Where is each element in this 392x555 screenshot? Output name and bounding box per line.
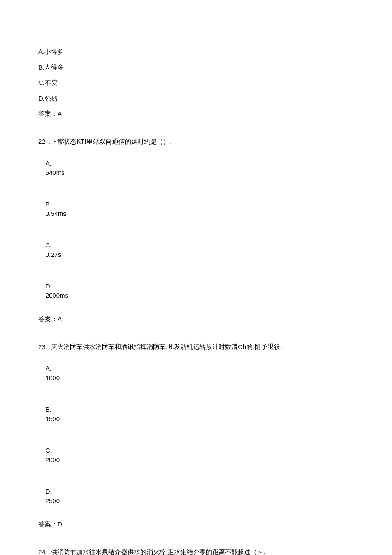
q23-option-a-text: 1000 [46, 374, 60, 381]
q23-option-d-text: 2500 [46, 497, 60, 504]
q22-option-d-text: 2000ms [46, 292, 68, 299]
q23-option-c-text: 2000 [46, 456, 60, 463]
q21-option-a: A.小得多 [38, 47, 354, 57]
q21-option-c: C.不变 [38, 78, 354, 88]
q24-stem: 24 .供消防乍加水往水泉结介器供水的消火栓,距水集结介零的距离不能超过（＞. [38, 547, 354, 555]
q23-answer: 答案：D [38, 520, 354, 529]
q22-answer: 答案：A [38, 314, 354, 324]
q22-stem: 22 .正常状态KTI里站双向通信的延时约是（）. [38, 137, 354, 147]
q22-option-d: D. 2000ms [38, 272, 354, 310]
q22-option-a: A. 540ms [38, 149, 354, 187]
q23-option-b-letter: B. [46, 405, 58, 415]
q22-option-d-letter: D. [46, 282, 58, 291]
q23-option-a-letter: A. [46, 364, 58, 374]
q21-answer: 答案：A [38, 109, 354, 119]
q23-option-d: D. 2500 [38, 477, 354, 515]
q23-stem: 23 .灭火消防车供水消防车和洒讯指挥消防车,凡发动机运转累计时数清Oh的,附予… [38, 342, 354, 352]
q22-option-b-text: 0.54ms [46, 210, 66, 217]
document-page: A.小得多 B.人得多 C.不变 D.强烈 答案：A 22 .正常状态KTI里站… [0, 0, 392, 555]
q22-option-c-text: 0.27s [46, 251, 61, 258]
q23-option-d-letter: D. [46, 487, 58, 497]
q22-option-c: C. 0.27s [38, 231, 354, 269]
q21-option-d: D.强烈 [38, 94, 354, 104]
q23-option-c-letter: C. [46, 446, 58, 456]
q22-option-b-letter: B. [46, 200, 58, 209]
q23-option-b: B. 1500 [38, 395, 354, 433]
q22-option-b: B. 0.54ms [38, 190, 354, 228]
q23-option-b-text: 1500 [46, 415, 60, 422]
q22-option-a-text: 540ms [46, 169, 65, 176]
q23-option-a: A. 1000 [38, 354, 354, 392]
q22-option-c-letter: C. [46, 241, 58, 250]
q23-option-c: C. 2000 [38, 436, 354, 474]
q21-option-b: B.人得多 [38, 63, 354, 73]
q22-option-a-letter: A. [46, 159, 58, 169]
